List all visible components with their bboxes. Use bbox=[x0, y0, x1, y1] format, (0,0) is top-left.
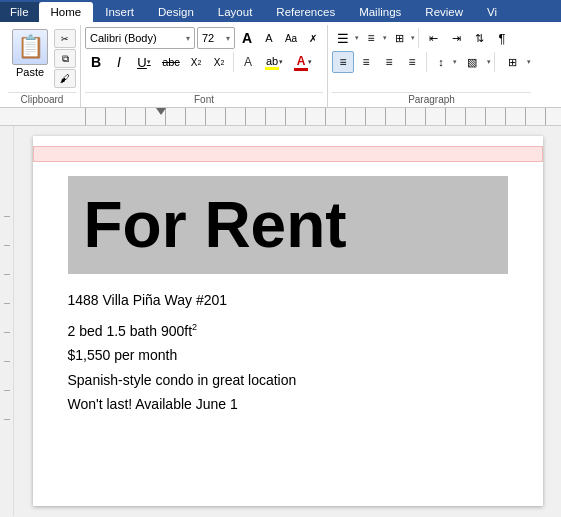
increase-indent-button[interactable]: ⇥ bbox=[445, 27, 467, 49]
clipboard-label: Clipboard bbox=[8, 92, 76, 105]
margin-mark bbox=[4, 274, 10, 275]
tab-home[interactable]: Home bbox=[39, 2, 94, 22]
paragraph-group: ☰ ▾ ≡ ▾ ⊞ ▾ ⇤ ⇥ ⇅ ¶ ≡ ≡ ≡ ≡ ↕ ▾ ▧ bbox=[328, 25, 535, 107]
ruler bbox=[0, 108, 561, 126]
grow-font-button[interactable]: A bbox=[237, 27, 257, 49]
format-painter-button[interactable]: 🖌 bbox=[54, 69, 76, 88]
bullets-button[interactable]: ☰ bbox=[332, 27, 354, 49]
description-line-2: Won't last! Available June 1 bbox=[68, 392, 508, 417]
tab-review[interactable]: Review bbox=[413, 2, 475, 22]
tab-design[interactable]: Design bbox=[146, 2, 206, 22]
font-name-dropdown-arrow: ▾ bbox=[186, 34, 190, 43]
margin-mark bbox=[4, 390, 10, 391]
highlight-color-button[interactable]: ab ▾ bbox=[260, 51, 288, 73]
text-effects-button[interactable]: A bbox=[237, 51, 259, 73]
specs-line: 2 bed 1.5 bath 900ft2 bbox=[68, 319, 508, 344]
font-size-value: 72 bbox=[202, 32, 214, 44]
underline-button[interactable]: U ▾ bbox=[131, 51, 157, 73]
font-label: Font bbox=[85, 92, 323, 105]
align-left-button[interactable]: ≡ bbox=[332, 51, 354, 73]
left-sidebar bbox=[0, 126, 14, 516]
format-painter-icon: 🖌 bbox=[60, 73, 70, 84]
tab-bar: File Home Insert Design Layout Reference… bbox=[0, 0, 561, 22]
align-center-button[interactable]: ≡ bbox=[355, 51, 377, 73]
for-rent-box: For Rent bbox=[68, 176, 508, 274]
font-name-selector[interactable]: Calibri (Body) ▾ bbox=[85, 27, 195, 49]
tab-insert[interactable]: Insert bbox=[93, 2, 146, 22]
align-right-button[interactable]: ≡ bbox=[378, 51, 400, 73]
cut-button[interactable]: ✂ bbox=[54, 29, 76, 48]
margin-mark bbox=[4, 419, 10, 420]
page-wrapper: For Rent 1488 Villa Piña Way #201 2 bed … bbox=[14, 126, 561, 516]
justify-button[interactable]: ≡ bbox=[401, 51, 423, 73]
font-color-button[interactable]: A ▾ bbox=[289, 51, 317, 73]
change-case-button[interactable]: Aa bbox=[281, 27, 301, 49]
margin-mark bbox=[4, 332, 10, 333]
borders-button[interactable]: ⊞ bbox=[498, 51, 526, 73]
paragraph-label: Paragraph bbox=[332, 92, 531, 105]
tab-view[interactable]: Vi bbox=[475, 2, 509, 22]
for-rent-heading: For Rent bbox=[84, 190, 492, 260]
font-group: Calibri (Body) ▾ 72 ▾ A A Aa ✗ B I U ▾ bbox=[81, 25, 328, 107]
document-page: For Rent 1488 Villa Piña Way #201 2 bed … bbox=[33, 136, 543, 506]
tab-layout[interactable]: Layout bbox=[206, 2, 265, 22]
margin-mark bbox=[4, 216, 10, 217]
strikethrough-button[interactable]: abc bbox=[158, 51, 184, 73]
shrink-font-button[interactable]: A bbox=[259, 27, 279, 49]
document-wrapper: For Rent 1488 Villa Piña Way #201 2 bed … bbox=[0, 126, 561, 516]
numbering-button[interactable]: ≡ bbox=[360, 27, 382, 49]
italic-button[interactable]: I bbox=[108, 51, 130, 73]
superscript-2: 2 bbox=[192, 322, 197, 332]
price-line: $1,550 per month bbox=[68, 343, 508, 368]
clear-formatting-button[interactable]: ✗ bbox=[303, 27, 323, 49]
font-size-dropdown-arrow: ▾ bbox=[226, 34, 230, 43]
superscript-button[interactable]: X2 bbox=[208, 51, 230, 73]
multilevel-list-button[interactable]: ⊞ bbox=[388, 27, 410, 49]
paste-button[interactable]: 📋 Paste bbox=[8, 27, 52, 80]
show-hide-button[interactable]: ¶ bbox=[491, 27, 513, 49]
margin-mark bbox=[4, 245, 10, 246]
copy-button[interactable]: ⧉ bbox=[54, 49, 76, 68]
subscript-button[interactable]: X2 bbox=[185, 51, 207, 73]
address-line: 1488 Villa Piña Way #201 bbox=[68, 288, 508, 313]
font-size-selector[interactable]: 72 ▾ bbox=[197, 27, 235, 49]
bold-button[interactable]: B bbox=[85, 51, 107, 73]
shading-button[interactable]: ▧ bbox=[458, 51, 486, 73]
margin-mark bbox=[4, 303, 10, 304]
property-details: 1488 Villa Piña Way #201 2 bed 1.5 bath … bbox=[68, 288, 508, 417]
tab-mailings[interactable]: Mailings bbox=[347, 2, 413, 22]
paste-label: Paste bbox=[16, 66, 44, 78]
tab-references[interactable]: References bbox=[264, 2, 347, 22]
clipboard-group: 📋 Paste ✂ ⧉ 🖌 Clipboard bbox=[4, 25, 81, 107]
copy-icon: ⧉ bbox=[62, 53, 69, 65]
margin-mark bbox=[4, 361, 10, 362]
font-name-value: Calibri (Body) bbox=[90, 32, 157, 44]
pink-header-bar bbox=[33, 146, 543, 162]
description-line-1: Spanish-style condo in great location bbox=[68, 368, 508, 393]
decrease-indent-button[interactable]: ⇤ bbox=[422, 27, 444, 49]
line-spacing-button[interactable]: ↕ bbox=[430, 51, 452, 73]
tab-file[interactable]: File bbox=[0, 2, 39, 22]
sort-button[interactable]: ⇅ bbox=[468, 27, 490, 49]
cut-icon: ✂ bbox=[61, 34, 69, 44]
ribbon: 📋 Paste ✂ ⧉ 🖌 Clipboard Calibri (Bo bbox=[0, 22, 561, 108]
